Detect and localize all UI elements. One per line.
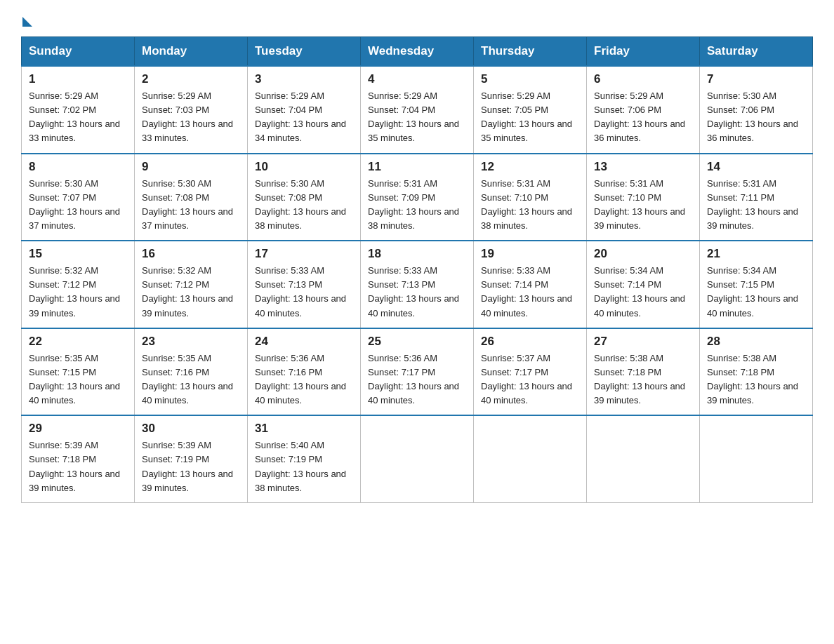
calendar-cell: 17 Sunrise: 5:33 AM Sunset: 7:13 PM Dayl… — [248, 241, 361, 328]
day-number: 6 — [594, 72, 692, 86]
day-info: Sunrise: 5:29 AM Sunset: 7:05 PM Dayligh… — [481, 89, 579, 146]
calendar-cell: 10 Sunrise: 5:30 AM Sunset: 7:08 PM Dayl… — [248, 154, 361, 241]
weekday-header-sunday: Sunday — [22, 37, 135, 67]
calendar-cell: 5 Sunrise: 5:29 AM Sunset: 7:05 PM Dayli… — [474, 66, 587, 154]
logo-arrow-icon — [22, 17, 32, 27]
day-info: Sunrise: 5:32 AM Sunset: 7:12 PM Dayligh… — [29, 264, 127, 321]
day-number: 16 — [142, 247, 240, 261]
calendar-cell: 9 Sunrise: 5:30 AM Sunset: 7:08 PM Dayli… — [135, 154, 248, 241]
day-number: 1 — [29, 72, 127, 86]
day-info: Sunrise: 5:31 AM Sunset: 7:10 PM Dayligh… — [481, 177, 579, 234]
calendar-cell — [474, 415, 587, 502]
day-info: Sunrise: 5:33 AM Sunset: 7:13 PM Dayligh… — [368, 264, 466, 321]
day-info: Sunrise: 5:29 AM Sunset: 7:06 PM Dayligh… — [594, 89, 692, 146]
calendar-cell: 7 Sunrise: 5:30 AM Sunset: 7:06 PM Dayli… — [700, 66, 813, 154]
weekday-header-friday: Friday — [587, 37, 700, 67]
day-info: Sunrise: 5:39 AM Sunset: 7:18 PM Dayligh… — [29, 438, 127, 495]
calendar-cell: 11 Sunrise: 5:31 AM Sunset: 7:09 PM Dayl… — [361, 154, 474, 241]
calendar-cell — [587, 415, 700, 502]
calendar-week-2: 8 Sunrise: 5:30 AM Sunset: 7:07 PM Dayli… — [22, 154, 813, 241]
day-info: Sunrise: 5:30 AM Sunset: 7:08 PM Dayligh… — [255, 177, 353, 234]
day-info: Sunrise: 5:38 AM Sunset: 7:18 PM Dayligh… — [594, 351, 692, 408]
calendar-cell: 23 Sunrise: 5:35 AM Sunset: 7:16 PM Dayl… — [135, 328, 248, 416]
calendar-cell: 14 Sunrise: 5:31 AM Sunset: 7:11 PM Dayl… — [700, 154, 813, 241]
calendar-cell — [361, 415, 474, 502]
day-info: Sunrise: 5:40 AM Sunset: 7:19 PM Dayligh… — [255, 438, 353, 495]
weekday-header-thursday: Thursday — [474, 37, 587, 67]
day-number: 24 — [255, 335, 353, 349]
day-number: 14 — [707, 160, 805, 174]
day-number: 17 — [255, 247, 353, 261]
day-number: 19 — [481, 247, 579, 261]
day-info: Sunrise: 5:34 AM Sunset: 7:14 PM Dayligh… — [594, 264, 692, 321]
calendar-cell: 30 Sunrise: 5:39 AM Sunset: 7:19 PM Dayl… — [135, 415, 248, 502]
day-info: Sunrise: 5:37 AM Sunset: 7:17 PM Dayligh… — [481, 351, 579, 408]
day-info: Sunrise: 5:30 AM Sunset: 7:07 PM Dayligh… — [29, 177, 127, 234]
calendar-cell: 25 Sunrise: 5:36 AM Sunset: 7:17 PM Dayl… — [361, 328, 474, 416]
weekday-header-wednesday: Wednesday — [361, 37, 474, 67]
day-number: 31 — [255, 422, 353, 436]
day-info: Sunrise: 5:33 AM Sunset: 7:14 PM Dayligh… — [481, 264, 579, 321]
calendar-cell: 13 Sunrise: 5:31 AM Sunset: 7:10 PM Dayl… — [587, 154, 700, 241]
calendar-cell — [700, 415, 813, 502]
weekday-header-saturday: Saturday — [700, 37, 813, 67]
day-info: Sunrise: 5:38 AM Sunset: 7:18 PM Dayligh… — [707, 351, 805, 408]
weekday-header-tuesday: Tuesday — [248, 37, 361, 67]
day-number: 27 — [594, 335, 692, 349]
day-info: Sunrise: 5:31 AM Sunset: 7:10 PM Dayligh… — [594, 177, 692, 234]
day-info: Sunrise: 5:36 AM Sunset: 7:17 PM Dayligh… — [368, 351, 466, 408]
day-number: 12 — [481, 160, 579, 174]
day-info: Sunrise: 5:31 AM Sunset: 7:11 PM Dayligh… — [707, 177, 805, 234]
day-number: 29 — [29, 422, 127, 436]
day-number: 26 — [481, 335, 579, 349]
calendar-cell: 20 Sunrise: 5:34 AM Sunset: 7:14 PM Dayl… — [587, 241, 700, 328]
calendar-cell: 24 Sunrise: 5:36 AM Sunset: 7:16 PM Dayl… — [248, 328, 361, 416]
calendar-cell: 4 Sunrise: 5:29 AM Sunset: 7:04 PM Dayli… — [361, 66, 474, 154]
calendar-cell: 15 Sunrise: 5:32 AM Sunset: 7:12 PM Dayl… — [22, 241, 135, 328]
calendar-cell: 3 Sunrise: 5:29 AM Sunset: 7:04 PM Dayli… — [248, 66, 361, 154]
calendar-cell: 16 Sunrise: 5:32 AM Sunset: 7:12 PM Dayl… — [135, 241, 248, 328]
calendar-cell: 27 Sunrise: 5:38 AM Sunset: 7:18 PM Dayl… — [587, 328, 700, 416]
day-number: 13 — [594, 160, 692, 174]
day-number: 5 — [481, 72, 579, 86]
day-info: Sunrise: 5:30 AM Sunset: 7:08 PM Dayligh… — [142, 177, 240, 234]
calendar-cell: 22 Sunrise: 5:35 AM Sunset: 7:15 PM Dayl… — [22, 328, 135, 416]
day-number: 11 — [368, 160, 466, 174]
calendar-cell: 26 Sunrise: 5:37 AM Sunset: 7:17 PM Dayl… — [474, 328, 587, 416]
calendar-week-1: 1 Sunrise: 5:29 AM Sunset: 7:02 PM Dayli… — [22, 66, 813, 154]
day-number: 15 — [29, 247, 127, 261]
day-info: Sunrise: 5:29 AM Sunset: 7:02 PM Dayligh… — [29, 89, 127, 146]
day-info: Sunrise: 5:35 AM Sunset: 7:15 PM Dayligh… — [29, 351, 127, 408]
day-number: 18 — [368, 247, 466, 261]
day-number: 4 — [368, 72, 466, 86]
day-info: Sunrise: 5:36 AM Sunset: 7:16 PM Dayligh… — [255, 351, 353, 408]
calendar-cell: 2 Sunrise: 5:29 AM Sunset: 7:03 PM Dayli… — [135, 66, 248, 154]
calendar-cell: 28 Sunrise: 5:38 AM Sunset: 7:18 PM Dayl… — [700, 328, 813, 416]
day-info: Sunrise: 5:32 AM Sunset: 7:12 PM Dayligh… — [142, 264, 240, 321]
day-number: 20 — [594, 247, 692, 261]
day-info: Sunrise: 5:31 AM Sunset: 7:09 PM Dayligh… — [368, 177, 466, 234]
day-info: Sunrise: 5:39 AM Sunset: 7:19 PM Dayligh… — [142, 438, 240, 495]
day-info: Sunrise: 5:29 AM Sunset: 7:04 PM Dayligh… — [255, 89, 353, 146]
calendar-cell: 21 Sunrise: 5:34 AM Sunset: 7:15 PM Dayl… — [700, 241, 813, 328]
day-info: Sunrise: 5:33 AM Sunset: 7:13 PM Dayligh… — [255, 264, 353, 321]
calendar-header: SundayMondayTuesdayWednesdayThursdayFrid… — [22, 37, 813, 67]
calendar-cell: 18 Sunrise: 5:33 AM Sunset: 7:13 PM Dayl… — [361, 241, 474, 328]
weekday-header-row: SundayMondayTuesdayWednesdayThursdayFrid… — [22, 37, 813, 67]
calendar-week-4: 22 Sunrise: 5:35 AM Sunset: 7:15 PM Dayl… — [22, 328, 813, 416]
calendar-table: SundayMondayTuesdayWednesdayThursdayFrid… — [21, 36, 813, 503]
day-number: 3 — [255, 72, 353, 86]
calendar-week-3: 15 Sunrise: 5:32 AM Sunset: 7:12 PM Dayl… — [22, 241, 813, 328]
day-info: Sunrise: 5:29 AM Sunset: 7:03 PM Dayligh… — [142, 89, 240, 146]
calendar-cell: 19 Sunrise: 5:33 AM Sunset: 7:14 PM Dayl… — [474, 241, 587, 328]
day-number: 2 — [142, 72, 240, 86]
calendar-body: 1 Sunrise: 5:29 AM Sunset: 7:02 PM Dayli… — [22, 66, 813, 502]
weekday-header-monday: Monday — [135, 37, 248, 67]
day-number: 25 — [368, 335, 466, 349]
calendar-cell: 8 Sunrise: 5:30 AM Sunset: 7:07 PM Dayli… — [22, 154, 135, 241]
calendar-cell: 29 Sunrise: 5:39 AM Sunset: 7:18 PM Dayl… — [22, 415, 135, 502]
day-number: 10 — [255, 160, 353, 174]
calendar-cell: 1 Sunrise: 5:29 AM Sunset: 7:02 PM Dayli… — [22, 66, 135, 154]
day-number: 21 — [707, 247, 805, 261]
day-number: 8 — [29, 160, 127, 174]
